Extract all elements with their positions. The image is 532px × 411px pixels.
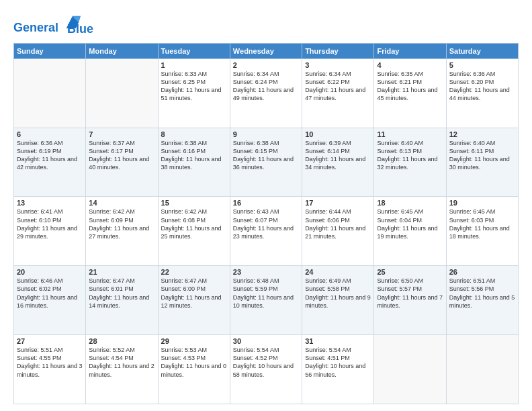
calendar-cell: 26Sunrise: 6:51 AM Sunset: 5:56 PM Dayli… <box>446 266 518 335</box>
day-number: 11 <box>377 130 443 138</box>
calendar-cell <box>446 335 518 404</box>
day-header-wednesday: Wednesday <box>230 43 302 58</box>
day-info: Sunrise: 5:51 AM Sunset: 4:55 PM Dayligh… <box>17 346 83 379</box>
calendar-cell: 7Sunrise: 6:37 AM Sunset: 6:17 PM Daylig… <box>86 128 158 197</box>
calendar-cell: 9Sunrise: 6:38 AM Sunset: 6:15 PM Daylig… <box>230 128 302 197</box>
calendar-cell: 1Sunrise: 6:33 AM Sunset: 6:25 PM Daylig… <box>158 58 230 128</box>
day-info: Sunrise: 5:53 AM Sunset: 4:53 PM Dayligh… <box>161 346 227 379</box>
calendar-cell: 23Sunrise: 6:48 AM Sunset: 5:59 PM Dayli… <box>230 266 302 335</box>
day-info: Sunrise: 6:45 AM Sunset: 6:03 PM Dayligh… <box>449 208 515 240</box>
calendar-cell <box>14 58 86 128</box>
calendar-cell: 18Sunrise: 6:45 AM Sunset: 6:04 PM Dayli… <box>374 197 446 266</box>
calendar-cell: 8Sunrise: 6:38 AM Sunset: 6:16 PM Daylig… <box>158 128 230 197</box>
calendar-cell: 21Sunrise: 6:47 AM Sunset: 6:01 PM Dayli… <box>86 266 158 335</box>
day-number: 8 <box>161 130 227 138</box>
day-number: 30 <box>233 337 299 345</box>
day-info: Sunrise: 6:40 AM Sunset: 6:11 PM Dayligh… <box>449 139 515 172</box>
day-number: 13 <box>17 199 83 207</box>
day-info: Sunrise: 6:33 AM Sunset: 6:25 PM Dayligh… <box>161 70 227 103</box>
calendar-cell: 10Sunrise: 6:39 AM Sunset: 6:14 PM Dayli… <box>302 128 374 197</box>
calendar-cell <box>374 335 446 404</box>
calendar-cell <box>86 58 158 128</box>
calendar-cell: 13Sunrise: 6:41 AM Sunset: 6:10 PM Dayli… <box>14 197 86 266</box>
day-number: 29 <box>161 337 227 345</box>
calendar-cell: 16Sunrise: 6:43 AM Sunset: 6:07 PM Dayli… <box>230 197 302 266</box>
day-number: 20 <box>17 268 83 276</box>
day-info: Sunrise: 6:46 AM Sunset: 6:02 PM Dayligh… <box>17 277 83 310</box>
day-info: Sunrise: 6:47 AM Sunset: 6:00 PM Dayligh… <box>161 277 227 310</box>
logo-line1: General <box>13 21 58 34</box>
calendar-cell: 22Sunrise: 6:47 AM Sunset: 6:00 PM Dayli… <box>158 266 230 335</box>
day-number: 16 <box>233 199 299 207</box>
day-number: 12 <box>449 130 515 138</box>
calendar-cell: 2Sunrise: 6:34 AM Sunset: 6:24 PM Daylig… <box>230 58 302 128</box>
day-info: Sunrise: 6:50 AM Sunset: 5:57 PM Dayligh… <box>377 277 443 310</box>
day-number: 19 <box>449 199 515 207</box>
day-number: 2 <box>233 61 299 69</box>
calendar-cell: 20Sunrise: 6:46 AM Sunset: 6:02 PM Dayli… <box>14 266 86 335</box>
calendar-cell: 17Sunrise: 6:44 AM Sunset: 6:06 PM Dayli… <box>302 197 374 266</box>
day-number: 5 <box>449 61 515 69</box>
calendar-cell: 24Sunrise: 6:49 AM Sunset: 5:58 PM Dayli… <box>302 266 374 335</box>
calendar-cell: 3Sunrise: 6:34 AM Sunset: 6:22 PM Daylig… <box>302 58 374 128</box>
day-info: Sunrise: 6:38 AM Sunset: 6:15 PM Dayligh… <box>233 139 299 172</box>
day-info: Sunrise: 6:51 AM Sunset: 5:56 PM Dayligh… <box>449 277 515 310</box>
day-info: Sunrise: 6:34 AM Sunset: 6:22 PM Dayligh… <box>305 70 371 103</box>
day-number: 27 <box>17 337 83 345</box>
day-number: 15 <box>161 199 227 207</box>
day-info: Sunrise: 6:35 AM Sunset: 6:21 PM Dayligh… <box>377 70 443 103</box>
calendar-cell: 5Sunrise: 6:36 AM Sunset: 6:20 PM Daylig… <box>446 58 518 128</box>
day-info: Sunrise: 6:43 AM Sunset: 6:07 PM Dayligh… <box>233 208 299 240</box>
calendar-cell: 12Sunrise: 6:40 AM Sunset: 6:11 PM Dayli… <box>446 128 518 197</box>
day-info: Sunrise: 6:34 AM Sunset: 6:24 PM Dayligh… <box>233 70 299 103</box>
calendar-week-row: 20Sunrise: 6:46 AM Sunset: 6:02 PM Dayli… <box>14 266 519 335</box>
calendar-cell: 6Sunrise: 6:36 AM Sunset: 6:19 PM Daylig… <box>14 128 86 197</box>
day-number: 28 <box>89 337 154 345</box>
day-number: 6 <box>17 130 83 138</box>
day-info: Sunrise: 6:42 AM Sunset: 6:08 PM Dayligh… <box>161 208 227 240</box>
header: General Blue <box>13 11 519 36</box>
calendar-cell: 4Sunrise: 6:35 AM Sunset: 6:21 PM Daylig… <box>374 58 446 128</box>
calendar-cell: 31Sunrise: 5:54 AM Sunset: 4:51 PM Dayli… <box>302 335 374 404</box>
day-info: Sunrise: 5:54 AM Sunset: 4:51 PM Dayligh… <box>305 346 371 379</box>
day-number: 1 <box>161 61 227 69</box>
calendar-week-row: 27Sunrise: 5:51 AM Sunset: 4:55 PM Dayli… <box>14 335 519 404</box>
calendar-cell: 25Sunrise: 6:50 AM Sunset: 5:57 PM Dayli… <box>374 266 446 335</box>
day-number: 25 <box>377 268 443 276</box>
day-number: 23 <box>233 268 299 276</box>
day-info: Sunrise: 6:36 AM Sunset: 6:19 PM Dayligh… <box>17 139 83 172</box>
day-number: 10 <box>305 130 371 138</box>
day-number: 26 <box>449 268 515 276</box>
day-number: 18 <box>377 199 443 207</box>
calendar-cell: 28Sunrise: 5:52 AM Sunset: 4:54 PM Dayli… <box>86 335 158 404</box>
day-info: Sunrise: 6:45 AM Sunset: 6:04 PM Dayligh… <box>377 208 443 240</box>
day-info: Sunrise: 6:40 AM Sunset: 6:13 PM Dayligh… <box>377 139 443 172</box>
day-header-tuesday: Tuesday <box>158 43 230 58</box>
day-number: 14 <box>89 199 154 207</box>
day-header-saturday: Saturday <box>446 43 518 58</box>
calendar-table: SundayMondayTuesdayWednesdayThursdayFrid… <box>13 43 519 404</box>
day-number: 24 <box>305 268 371 276</box>
calendar-cell: 14Sunrise: 6:42 AM Sunset: 6:09 PM Dayli… <box>86 197 158 266</box>
calendar-cell: 29Sunrise: 5:53 AM Sunset: 4:53 PM Dayli… <box>158 335 230 404</box>
day-number: 22 <box>161 268 227 276</box>
day-number: 3 <box>305 61 371 69</box>
day-info: Sunrise: 6:39 AM Sunset: 6:14 PM Dayligh… <box>305 139 371 172</box>
calendar-cell: 19Sunrise: 6:45 AM Sunset: 6:03 PM Dayli… <box>446 197 518 266</box>
day-header-thursday: Thursday <box>302 43 374 58</box>
day-info: Sunrise: 6:36 AM Sunset: 6:20 PM Dayligh… <box>449 70 515 103</box>
page: General Blue SundayMondayTuesdayWednesda… <box>0 0 532 411</box>
calendar-week-row: 13Sunrise: 6:41 AM Sunset: 6:10 PM Dayli… <box>14 197 519 266</box>
calendar-week-row: 1Sunrise: 6:33 AM Sunset: 6:25 PM Daylig… <box>14 58 519 128</box>
day-number: 31 <box>305 337 371 345</box>
calendar-cell: 30Sunrise: 5:54 AM Sunset: 4:52 PM Dayli… <box>230 335 302 404</box>
calendar-cell: 11Sunrise: 6:40 AM Sunset: 6:13 PM Dayli… <box>374 128 446 197</box>
day-info: Sunrise: 6:47 AM Sunset: 6:01 PM Dayligh… <box>89 277 154 310</box>
day-info: Sunrise: 6:37 AM Sunset: 6:17 PM Dayligh… <box>89 139 154 172</box>
day-number: 21 <box>89 268 154 276</box>
calendar-cell: 27Sunrise: 5:51 AM Sunset: 4:55 PM Dayli… <box>14 335 86 404</box>
day-number: 7 <box>89 130 154 138</box>
day-info: Sunrise: 5:54 AM Sunset: 4:52 PM Dayligh… <box>233 346 299 379</box>
calendar-cell: 15Sunrise: 6:42 AM Sunset: 6:08 PM Dayli… <box>158 197 230 266</box>
day-number: 4 <box>377 61 443 69</box>
